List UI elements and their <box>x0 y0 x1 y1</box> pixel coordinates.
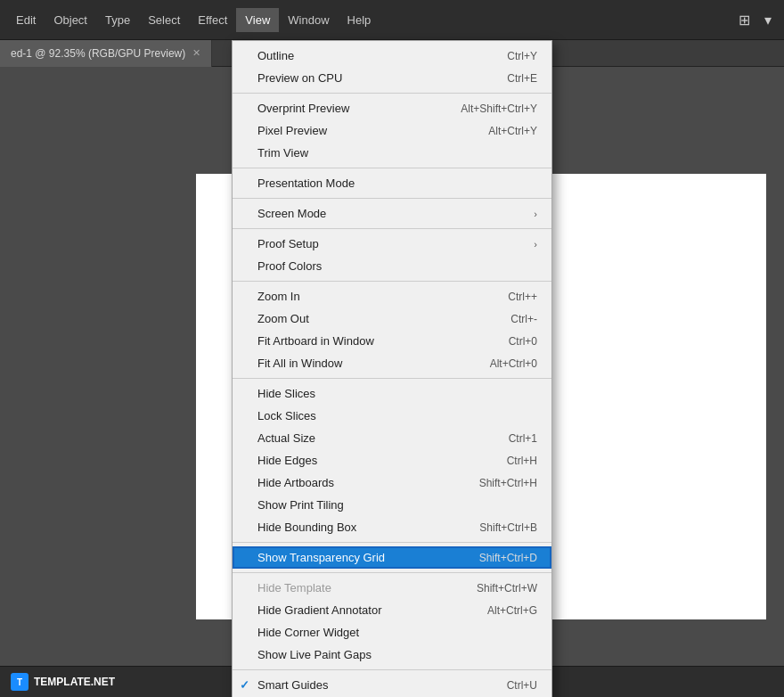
menu-item-hide-template-shortcut: Shift+Ctrl+W <box>477 582 537 594</box>
tab-document[interactable]: ed-1 @ 92.35% (RGB/GPU Preview) ✕ <box>0 40 212 67</box>
menu-item-show-live-paint-label: Show Live Paint Gaps <box>257 648 372 661</box>
menu-section-2: Overprint Preview Alt+Shift+Ctrl+Y Pixel… <box>233 94 551 168</box>
menu-item-pixel-label: Pixel Preview <box>257 124 327 137</box>
logo-box: T <box>11 673 29 691</box>
menu-item-screen-mode-label: Screen Mode <box>257 207 326 220</box>
menu-window[interactable]: Window <box>279 8 338 32</box>
menu-item-fit-all[interactable]: Fit All in Window Alt+Ctrl+0 <box>233 352 551 374</box>
menu-item-preview-cpu-shortcut: Ctrl+E <box>507 72 537 85</box>
template-logo: T TEMPLATE.NET <box>11 673 115 691</box>
view-dropdown-menu: Outline Ctrl+Y Preview on CPU Ctrl+E Ove… <box>232 40 552 697</box>
menu-item-zoom-out-shortcut: Ctrl+- <box>510 313 537 325</box>
menu-item-hide-template[interactable]: Hide Template Shift+Ctrl+W <box>233 577 551 599</box>
menu-item-transparency-shortcut: Shift+Ctrl+D <box>479 552 537 564</box>
menu-bar: Edit Object Type Select Effect View Wind… <box>0 0 784 40</box>
menu-view[interactable]: View <box>236 8 279 32</box>
menu-item-preview-cpu-label: Preview on CPU <box>257 71 342 85</box>
menu-item-hide-edges-shortcut: Ctrl+H <box>507 455 537 467</box>
menu-help[interactable]: Help <box>339 8 380 32</box>
menu-item-fit-artboard-label: Fit Artboard in Window <box>257 334 374 348</box>
menu-item-actual-size-shortcut: Ctrl+1 <box>509 432 537 445</box>
menu-item-zoom-out[interactable]: Zoom Out Ctrl+- <box>233 308 551 330</box>
menu-item-smart-guides-label: Smart Guides <box>257 678 328 692</box>
menu-item-pixel[interactable]: Pixel Preview Alt+Ctrl+Y <box>233 119 551 142</box>
menu-section-1: Outline Ctrl+Y Preview on CPU Ctrl+E <box>233 41 551 94</box>
menu-section-3: Presentation Mode <box>233 168 551 199</box>
menu-effect[interactable]: Effect <box>189 8 236 32</box>
menu-section-4: Screen Mode › <box>233 199 551 229</box>
menu-item-actual-size[interactable]: Actual Size Ctrl+1 <box>233 427 551 449</box>
menu-item-proof-colors-label: Proof Colors <box>257 259 322 273</box>
menu-item-show-print-tiling-label: Show Print Tiling <box>257 498 344 512</box>
menu-item-hide-corner[interactable]: Hide Corner Widget <box>233 621 551 644</box>
menu-section-7: Hide Slices Lock Slices Actual Size Ctrl… <box>233 379 551 543</box>
menu-item-proof-colors[interactable]: Proof Colors <box>233 255 551 277</box>
menu-item-trim-label: Trim View <box>257 146 308 160</box>
menu-item-overprint-label: Overprint Preview <box>257 102 349 115</box>
menu-item-fit-artboard-shortcut: Ctrl+0 <box>509 335 537 348</box>
menu-item-hide-bounding-box-shortcut: Shift+Ctrl+B <box>479 521 537 534</box>
menu-item-pixel-shortcut: Alt+Ctrl+Y <box>488 125 537 137</box>
menu-item-hide-edges-label: Hide Edges <box>257 454 317 467</box>
menu-edit[interactable]: Edit <box>7 8 45 32</box>
menu-item-presentation[interactable]: Presentation Mode <box>233 172 551 194</box>
menu-select[interactable]: Select <box>139 8 189 32</box>
menu-item-hide-gradient[interactable]: Hide Gradient Annotator Alt+Ctrl+G <box>233 599 551 621</box>
menu-section-6: Zoom In Ctrl++ Zoom Out Ctrl+- Fit Artbo… <box>233 282 551 379</box>
menu-item-hide-slices[interactable]: Hide Slices <box>233 382 551 405</box>
menu-item-hide-gradient-label: Hide Gradient Annotator <box>257 603 381 617</box>
tab-close-button[interactable]: ✕ <box>192 47 200 59</box>
menu-item-proof-setup-label: Proof Setup <box>257 237 319 250</box>
menu-item-lock-slices[interactable]: Lock Slices <box>233 405 551 427</box>
tab-label: ed-1 @ 92.35% (RGB/GPU Preview) <box>11 47 185 60</box>
logo-letter: T <box>17 677 22 687</box>
menu-section-10: ✓ Smart Guides Ctrl+U <box>233 670 551 697</box>
menu-item-zoom-in-shortcut: Ctrl++ <box>508 291 537 303</box>
menu-item-zoom-in-label: Zoom In <box>257 290 300 303</box>
menu-item-hide-gradient-shortcut: Alt+Ctrl+G <box>487 604 537 617</box>
menu-item-smart-guides[interactable]: ✓ Smart Guides Ctrl+U <box>233 674 551 696</box>
smart-guides-check-icon: ✓ <box>240 678 249 692</box>
dropdown-icon[interactable]: ▾ <box>759 8 777 32</box>
menu-item-smart-guides-shortcut: Ctrl+U <box>507 679 537 692</box>
menu-item-screen-mode[interactable]: Screen Mode › <box>233 202 551 225</box>
menu-item-transparency-label: Show Transparency Grid <box>257 551 385 564</box>
screen-mode-arrow-icon: › <box>534 209 537 219</box>
menu-item-outline[interactable]: Outline Ctrl+Y <box>233 45 551 67</box>
logo-text: TEMPLATE.NET <box>34 676 115 688</box>
menu-item-outline-label: Outline <box>257 49 294 62</box>
menu-item-show-print-tiling[interactable]: Show Print Tiling <box>233 494 551 516</box>
grid-icon[interactable]: ⊞ <box>733 8 755 32</box>
menu-section-9: Hide Template Shift+Ctrl+W Hide Gradient… <box>233 573 551 670</box>
menu-item-fit-artboard[interactable]: Fit Artboard in Window Ctrl+0 <box>233 330 551 352</box>
menu-item-preview-cpu[interactable]: Preview on CPU Ctrl+E <box>233 67 551 89</box>
menu-item-hide-artboards-shortcut: Shift+Ctrl+H <box>479 477 537 489</box>
menu-section-8: Show Transparency Grid Shift+Ctrl+D <box>233 543 551 573</box>
menu-object[interactable]: Object <box>45 8 96 32</box>
menu-item-overprint-shortcut: Alt+Shift+Ctrl+Y <box>461 102 537 115</box>
menu-item-fit-all-label: Fit All in Window <box>257 357 342 370</box>
menu-item-hide-artboards-label: Hide Artboards <box>257 476 334 489</box>
menu-type[interactable]: Type <box>96 8 139 32</box>
menu-item-proof-setup[interactable]: Proof Setup › <box>233 233 551 255</box>
menu-item-hide-template-label: Hide Template <box>257 581 331 594</box>
menu-item-hide-corner-label: Hide Corner Widget <box>257 626 359 639</box>
menu-item-zoom-in[interactable]: Zoom In Ctrl++ <box>233 285 551 308</box>
menu-item-actual-size-label: Actual Size <box>257 431 315 445</box>
menu-item-hide-bounding-box-label: Hide Bounding Box <box>257 521 356 534</box>
menu-item-hide-bounding-box[interactable]: Hide Bounding Box Shift+Ctrl+B <box>233 516 551 538</box>
menu-item-show-live-paint[interactable]: Show Live Paint Gaps <box>233 644 551 666</box>
menu-item-presentation-label: Presentation Mode <box>257 176 355 190</box>
menu-section-5: Proof Setup › Proof Colors <box>233 229 551 282</box>
menu-item-overprint[interactable]: Overprint Preview Alt+Shift+Ctrl+Y <box>233 97 551 119</box>
menu-item-zoom-out-label: Zoom Out <box>257 312 309 325</box>
menu-item-hide-edges[interactable]: Hide Edges Ctrl+H <box>233 449 551 472</box>
menu-item-trim[interactable]: Trim View <box>233 142 551 164</box>
menu-item-fit-all-shortcut: Alt+Ctrl+0 <box>490 357 537 370</box>
menu-item-lock-slices-label: Lock Slices <box>257 409 316 422</box>
menu-item-hide-artboards[interactable]: Hide Artboards Shift+Ctrl+H <box>233 472 551 494</box>
menu-bar-icons: ⊞ ▾ <box>733 8 777 32</box>
menu-item-hide-slices-label: Hide Slices <box>257 387 315 400</box>
menu-item-outline-shortcut: Ctrl+Y <box>507 50 537 62</box>
menu-item-show-transparency-grid[interactable]: Show Transparency Grid Shift+Ctrl+D <box>233 546 551 569</box>
